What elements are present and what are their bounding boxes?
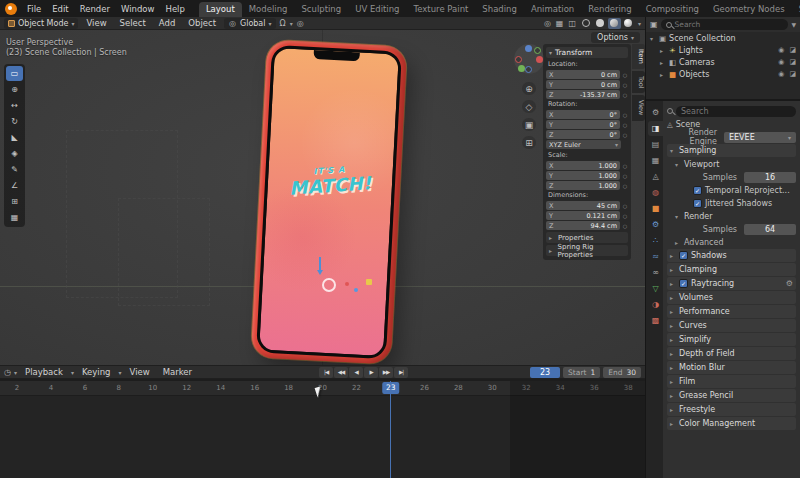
rig-handle-arrow[interactable] [319,257,321,270]
axis-x-icon[interactable] [536,56,543,63]
menu-view[interactable]: View [81,17,111,29]
disable-render-icon[interactable]: ◪ [789,58,796,66]
tool-transform[interactable]: ◈ [6,146,23,161]
jittered-shadows-checkbox[interactable]: ✓ [693,199,702,208]
mode-selector[interactable]: Object Mode ▾ [4,18,78,29]
dimensions-z-field[interactable]: Z94.4 cm [546,221,620,230]
menu-window[interactable]: Window [116,3,160,15]
tool-annotate[interactable]: ✎ [6,162,23,177]
outliner-search-input[interactable]: Search [661,19,789,30]
workspace-tab-uv-editing[interactable]: UV Editing [348,2,406,17]
outliner-item-lights[interactable]: ▸ ☀ Lights ◉ ◪ [646,44,800,56]
menu-add[interactable]: Add [154,17,180,29]
blender-logo-icon[interactable] [5,3,17,15]
dimensions-x-field[interactable]: X45 cm [546,201,620,210]
raytracing-checkbox[interactable]: ✓ [679,279,688,288]
shading-material-button[interactable] [608,18,621,29]
props-tab-output-icon[interactable]: ▤ [648,137,663,152]
props-tab-view-layer-icon[interactable]: ▦ [648,153,663,168]
spring-rig-subpanel-header[interactable]: ▸ Spring Rig Properties [546,245,628,256]
playhead[interactable]: 23 [390,381,391,478]
props-tab-texture-icon[interactable]: ▩ [648,313,663,328]
proportional-editing-icon[interactable]: ◎ [296,19,305,28]
prev-keyframe-button[interactable]: ◀◀ [334,367,348,378]
section-depth-of-field[interactable]: ▸ Depth of Field [667,347,796,360]
expand-arrow-icon[interactable]: ▾ [650,35,656,42]
axis-y-negative-icon[interactable] [534,47,541,54]
workspace-tab-shading[interactable]: Shading [475,2,524,17]
render-engine-select[interactable]: EEVEE ▾ [724,132,796,143]
tool-extra[interactable]: ▦ [6,210,23,225]
props-tab-tool-icon[interactable]: ⚙ [648,105,663,120]
menu-edit[interactable]: Edit [47,3,73,15]
props-tab-render-icon[interactable]: ◨ [648,121,663,136]
section-advanced[interactable]: ▸ Advanced [667,236,796,248]
axis-z-negative-icon[interactable] [525,66,532,73]
rotation-y-field[interactable]: Y0° [546,120,620,129]
section-grease-pencil[interactable]: ▸ Grease Pencil [667,389,796,402]
jump-to-start-button[interactable]: |◀ [319,367,333,378]
section-simplify[interactable]: ▸ Simplify [667,333,796,346]
workspace-tab-layout[interactable]: Layout [199,2,242,17]
tool-add-cube[interactable]: ⊞ [6,194,23,209]
section-freestyle[interactable]: ▸ Freestyle [667,403,796,416]
disable-render-icon[interactable]: ◪ [789,46,796,54]
section-color-management[interactable]: ▸ Color Management [667,417,796,430]
section-performance[interactable]: ▸ Performance [667,305,796,318]
dimensions-y-field[interactable]: Y0.121 cm [546,211,620,220]
lock-icon[interactable]: ○ [622,92,628,98]
lock-icon[interactable]: ○ [622,122,628,128]
menu-file[interactable]: File [22,3,46,15]
lock-icon[interactable]: ○ [622,183,628,189]
sidebar-tab-item[interactable]: Item [632,44,645,69]
lock-icon[interactable]: ○ [622,72,628,78]
shading-solid-button[interactable] [594,18,607,29]
menu-view[interactable]: View [125,366,155,378]
tool-move[interactable]: ↔ [6,98,23,113]
menu-help[interactable]: Help [160,3,189,15]
filter-icon[interactable]: ▼ [791,21,796,28]
lock-icon[interactable]: ○ [622,112,628,118]
pan-hand-icon[interactable]: ◇ [522,100,536,113]
props-tab-particles-icon[interactable]: ∴ [648,233,663,248]
outliner-editor-icon[interactable]: ▣ [650,20,658,29]
workspace-tab-rendering[interactable]: Rendering [581,2,638,17]
lock-icon[interactable]: ○ [622,82,628,88]
props-tab-world-icon[interactable]: ◍ [648,185,663,200]
render-samples-field[interactable]: 64 [744,224,796,235]
viewport-3d[interactable]: User Perspective (23) Scene Collection |… [0,30,645,365]
scale-z-field[interactable]: Z1.000 [546,181,620,190]
menu-marker[interactable]: Marker [158,366,197,378]
phone-object[interactable]: IT'S A MATCH! [251,40,407,365]
props-tab-physics-icon[interactable]: ≈ [648,249,663,264]
disable-render-icon[interactable]: ◪ [789,70,796,78]
menu-render[interactable]: Render [75,3,115,15]
viewport-samples-field[interactable]: 16 [744,172,796,183]
shading-rendered-button[interactable] [622,18,635,29]
snap-magnet-icon[interactable]: Ω [279,19,287,28]
workspace-tab-geometry-nodes[interactable]: Geometry Nodes [706,2,792,17]
tool-scale[interactable]: ◣ [6,130,23,145]
lock-icon[interactable]: ○ [622,132,628,138]
chevron-down-icon[interactable]: ▾ [638,20,641,27]
play-reverse-button[interactable]: ◀ [349,367,363,378]
tool-select-box[interactable]: ▭ [6,66,23,81]
shading-wireframe-button[interactable] [580,18,593,29]
frame-end-field[interactable]: End 30 [603,367,641,378]
props-tab-modifiers-icon[interactable]: ⚙ [648,217,663,232]
rotation-mode-select[interactable]: XYZ Euler ▾ [546,140,621,149]
props-tab-object-data-icon[interactable]: ▽ [648,281,663,296]
scale-y-field[interactable]: Y1.000 [546,171,620,180]
outliner-item-objects[interactable]: ▸ ■ Objects ◉ ◪ [646,68,800,80]
workspace-tab-sculpting[interactable]: Sculpting [294,2,348,17]
scale-x-field[interactable]: X1.000 [546,161,620,170]
chevron-down-icon[interactable]: ▾ [290,20,293,27]
play-button[interactable]: ▶ [364,367,378,378]
timeline[interactable]: 2 4 6 8 10 12 14 16 18 20 22 24 26 28 30… [0,381,645,478]
props-tab-scene-icon[interactable]: ◬ [648,169,663,184]
lock-icon[interactable]: ○ [622,173,628,179]
section-sampling-viewport[interactable]: ▾ Viewport [667,158,796,170]
section-curves[interactable]: ▸ Curves [667,319,796,332]
transform-orientation-selector[interactable]: ◎ Global ▾ [224,18,276,29]
workspace-tab-scripting[interactable]: Scripting [792,2,800,17]
